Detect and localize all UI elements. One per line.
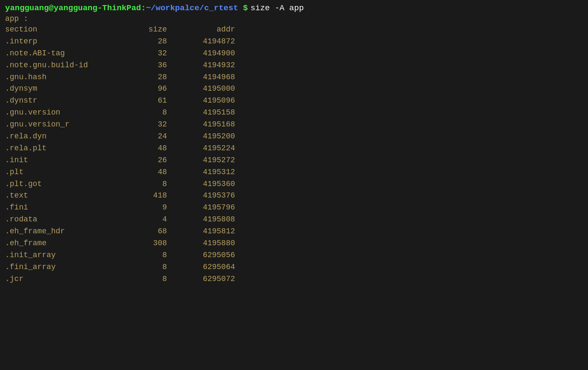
cell-size: 8 — [133, 273, 184, 285]
cell-size: 61 — [133, 95, 184, 107]
terminal-window: yangguang@yangguang-ThinkPad : ~/workpal… — [5, 3, 583, 285]
cell-addr: 4195000 — [184, 83, 235, 95]
cell-size: 96 — [133, 83, 184, 95]
cell-section: .rela.dyn — [5, 131, 133, 143]
cell-section: .note.ABI-tag — [5, 48, 133, 60]
prompt-line: yangguang@yangguang-ThinkPad : ~/workpal… — [5, 3, 583, 13]
header-addr: addr — [184, 24, 235, 36]
cell-addr: 4195808 — [184, 214, 235, 226]
cell-size: 308 — [133, 238, 184, 250]
table-row: .gnu.hash284194968 — [5, 72, 583, 83]
cell-addr: 4195272 — [184, 155, 235, 166]
size-table: section size addr .interp284194872.note.… — [5, 24, 583, 285]
cell-size: 8 — [133, 178, 184, 190]
cell-size: 4 — [133, 214, 184, 226]
table-row: .fini94195796 — [5, 202, 583, 214]
table-row: .note.gnu.build-id364194932 — [5, 60, 583, 72]
table-row: .gnu.version84195158 — [5, 107, 583, 119]
table-row: .jcr86295072 — [5, 273, 583, 285]
table-row: .rela.dyn244195200 — [5, 131, 583, 143]
cell-size: 418 — [133, 190, 184, 202]
prompt-separator: : — [141, 3, 146, 13]
cell-section: .note.gnu.build-id — [5, 60, 133, 72]
cell-section: .fini_array — [5, 261, 133, 273]
cell-section: .gnu.version — [5, 107, 133, 119]
table-row: .plt.got84195360 — [5, 178, 583, 190]
table-row: .init_array86295056 — [5, 250, 583, 261]
cell-size: 26 — [133, 155, 184, 166]
cell-size: 32 — [133, 119, 184, 131]
cell-addr: 4195096 — [184, 95, 235, 107]
cell-size: 28 — [133, 36, 184, 48]
cell-size: 32 — [133, 48, 184, 60]
table-row: .fini_array86295064 — [5, 261, 583, 273]
prompt-command: size -A app — [250, 3, 304, 13]
app-label: app : — [5, 14, 583, 23]
table-row: .text4184195376 — [5, 190, 583, 202]
cell-size: 36 — [133, 60, 184, 72]
header-size: size — [133, 24, 184, 36]
table-row: .eh_frame_hdr684195812 — [5, 226, 583, 238]
cell-addr: 4194872 — [184, 36, 235, 48]
cell-addr: 6295064 — [184, 261, 235, 273]
cell-section: .rodata — [5, 214, 133, 226]
table-row: .gnu.version_r324195168 — [5, 119, 583, 131]
cell-size: 68 — [133, 226, 184, 238]
cell-section: .dynsym — [5, 83, 133, 95]
table-row: .note.ABI-tag324194900 — [5, 48, 583, 60]
cell-addr: 4194968 — [184, 72, 235, 83]
cell-size: 8 — [133, 261, 184, 273]
prompt-user-host: yangguang@yangguang-ThinkPad — [5, 3, 141, 13]
cell-addr: 4195796 — [184, 202, 235, 214]
table-row: .interp284194872 — [5, 36, 583, 48]
cell-section: .interp — [5, 36, 133, 48]
cell-section: .rela.plt — [5, 143, 133, 155]
cell-addr: 4195376 — [184, 190, 235, 202]
cell-section: .jcr — [5, 273, 133, 285]
table-row: .rodata44195808 — [5, 214, 583, 226]
cell-size: 9 — [133, 202, 184, 214]
table-row: .dynstr614195096 — [5, 95, 583, 107]
cell-section: .plt — [5, 166, 133, 178]
cell-addr: 4194932 — [184, 60, 235, 72]
cell-addr: 4195312 — [184, 166, 235, 178]
cell-section: .plt.got — [5, 178, 133, 190]
cell-section: .gnu.hash — [5, 72, 133, 83]
cell-addr: 4195200 — [184, 131, 235, 143]
cell-section: .init — [5, 155, 133, 166]
cell-section: .eh_frame — [5, 238, 133, 250]
cell-addr: 4195880 — [184, 238, 235, 250]
table-body: .interp284194872.note.ABI-tag324194900.n… — [5, 36, 583, 285]
prompt-dollar: $ — [238, 3, 248, 13]
header-section: section — [5, 24, 133, 36]
cell-size: 28 — [133, 72, 184, 83]
cell-section: .gnu.version_r — [5, 119, 133, 131]
cell-section: .fini — [5, 202, 133, 214]
table-row: .eh_frame3084195880 — [5, 238, 583, 250]
cell-addr: 6295056 — [184, 250, 235, 261]
cell-addr: 4194900 — [184, 48, 235, 60]
cell-size: 8 — [133, 107, 184, 119]
cell-section: .dynstr — [5, 95, 133, 107]
cell-section: .text — [5, 190, 133, 202]
cell-addr: 4195812 — [184, 226, 235, 238]
table-row: .dynsym964195000 — [5, 83, 583, 95]
table-row: .init264195272 — [5, 155, 583, 166]
cell-size: 48 — [133, 143, 184, 155]
prompt-path: ~/workpalce/c_rtest — [146, 3, 238, 13]
cell-addr: 4195168 — [184, 119, 235, 131]
cell-addr: 6295072 — [184, 273, 235, 285]
cell-size: 48 — [133, 166, 184, 178]
table-row: .rela.plt484195224 — [5, 143, 583, 155]
cell-section: .init_array — [5, 250, 133, 261]
cell-addr: 4195158 — [184, 107, 235, 119]
table-header: section size addr — [5, 24, 583, 36]
table-row: .plt484195312 — [5, 166, 583, 178]
cell-section: .eh_frame_hdr — [5, 226, 133, 238]
cell-addr: 4195360 — [184, 178, 235, 190]
cell-size: 24 — [133, 131, 184, 143]
cell-addr: 4195224 — [184, 143, 235, 155]
cell-size: 8 — [133, 250, 184, 261]
